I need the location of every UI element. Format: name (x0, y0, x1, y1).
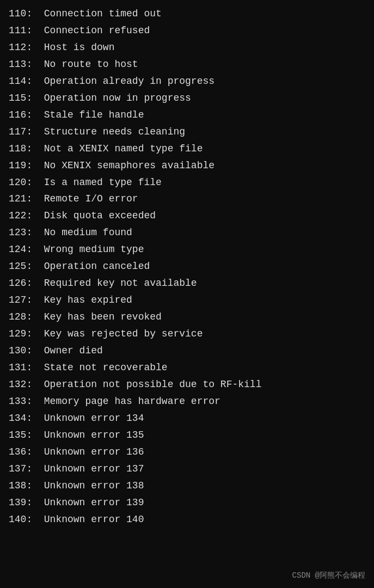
error-line: 121: Remote I/O error (9, 191, 365, 207)
error-line: 136: Unknown error 136 (9, 444, 365, 461)
error-line: 137: Unknown error 137 (9, 461, 365, 477)
error-line: 124: Wrong medium type (9, 241, 365, 258)
error-line: 111: Connection refused (9, 22, 365, 39)
error-line: 117: Structure needs cleaning (9, 124, 365, 140)
error-line: 118: Not a XENIX named type file (9, 140, 365, 157)
error-line: 115: Operation now in progress (9, 90, 365, 107)
error-line: 119: No XENIX semaphores available (9, 157, 365, 174)
error-line: 128: Key has been revoked (9, 309, 365, 326)
error-line: 132: Operation not possible due to RF-ki… (9, 376, 365, 393)
error-line: 127: Key has expired (9, 292, 365, 309)
error-line: 138: Unknown error 138 (9, 477, 365, 494)
error-line: 133: Memory page has hardware error (9, 393, 365, 410)
error-line: 126: Required key not available (9, 275, 365, 292)
error-line: 110: Connection timed out (9, 5, 365, 22)
error-line: 123: No medium found (9, 224, 365, 241)
error-line: 125: Operation canceled (9, 258, 365, 275)
error-line: 139: Unknown error 139 (9, 494, 365, 511)
error-line: 113: No route to host (9, 56, 365, 73)
error-line: 122: Disk quota exceeded (9, 207, 365, 224)
error-line: 140: Unknown error 140 (9, 511, 365, 528)
error-line: 130: Owner died (9, 342, 365, 359)
error-line: 112: Host is down (9, 39, 365, 56)
error-line: 120: Is a named type file (9, 174, 365, 191)
error-line: 116: Stale file handle (9, 107, 365, 124)
error-line: 134: Unknown error 134 (9, 410, 365, 427)
error-line: 114: Operation already in progress (9, 73, 365, 90)
error-list: 110: Connection timed out111: Connection… (9, 5, 365, 528)
error-line: 129: Key was rejected by service (9, 326, 365, 342)
error-line: 131: State not recoverable (9, 359, 365, 376)
error-line: 135: Unknown error 135 (9, 427, 365, 444)
watermark: CSDN @阿熊不会编程 (292, 571, 365, 580)
